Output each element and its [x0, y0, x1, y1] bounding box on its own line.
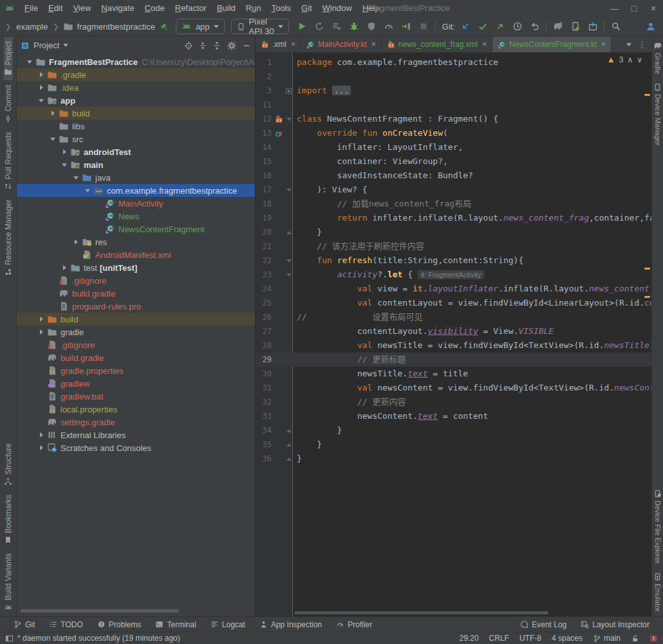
tree-row-fragmentbestpractice[interactable]: FragmentBestPracticeC:\Users\zy\Desktop\… — [17, 55, 255, 68]
tree-row-app[interactable]: app — [17, 94, 255, 107]
git-update-button[interactable] — [456, 19, 474, 34]
gradle-sync-button[interactable] — [549, 19, 566, 34]
git-history-button[interactable] — [509, 19, 526, 34]
tool-stripe-project[interactable]: Project — [4, 37, 13, 80]
tree-row-java[interactable]: java — [17, 171, 255, 184]
tree-row--idea[interactable]: .idea — [17, 81, 255, 94]
line-number[interactable]: 32 — [256, 395, 274, 409]
warning-stripe-mark[interactable] — [644, 268, 650, 270]
git-rollback-button[interactable] — [526, 19, 543, 34]
chevron-right-icon[interactable] — [36, 85, 46, 90]
tool-stripe-device-file-explorer[interactable]: Device File Explorer — [653, 485, 662, 568]
tree-row-androidmanifest-xml[interactable]: MFAndroidManifest.xml — [17, 248, 255, 261]
git-push-button[interactable] — [491, 19, 509, 34]
tree-row-androidtest[interactable]: androidTest — [17, 145, 255, 158]
locate-icon[interactable] — [184, 41, 193, 50]
menu-code[interactable]: Code — [140, 0, 170, 17]
git-commit-button[interactable] — [474, 19, 491, 34]
lock-open-icon[interactable] — [631, 634, 639, 643]
menu-edit[interactable]: Edit — [43, 0, 68, 17]
line-number[interactable]: 13 — [256, 126, 274, 140]
restart-button[interactable] — [311, 19, 328, 34]
line-number[interactable]: 11 — [256, 98, 274, 112]
tree-row-build-gradle[interactable]: build.gradle — [17, 351, 255, 364]
settings-button[interactable] — [624, 19, 642, 34]
tree-row-build[interactable]: build — [17, 313, 255, 326]
chevron-down-icon[interactable] — [71, 176, 81, 179]
tree-row-proguard-rules-pro[interactable]: proguard-rules.pro — [17, 300, 255, 313]
run-config-select[interactable]: app — [176, 19, 225, 34]
tree-row-mainactivity[interactable]: MainActivity — [17, 197, 255, 210]
tree-row-local-properties[interactable]: local.properties — [17, 403, 255, 416]
editor-horizontal-scrollbar[interactable] — [294, 611, 548, 614]
next-warning-button[interactable]: ∨ — [637, 55, 642, 64]
tree-row-build[interactable]: build — [17, 107, 255, 120]
line-number[interactable]: 31 — [256, 381, 274, 395]
caret-position[interactable]: 29:20 — [460, 634, 479, 643]
line-number[interactable]: 12 — [256, 112, 274, 126]
tree-row--gitignore[interactable]: .gitignore — [17, 274, 255, 287]
toolwindow-button-problems[interactable]: Problems — [90, 617, 149, 632]
warning-stripe-mark[interactable] — [644, 94, 650, 96]
chevron-right-icon[interactable] — [36, 432, 46, 437]
line-number[interactable]: 20 — [256, 225, 274, 239]
chevron-down-icon[interactable] — [36, 99, 46, 102]
editor-tab-newscontentfragment-kt[interactable]: NewsContentFragment.kt× — [492, 37, 612, 52]
minimize-button[interactable]: — — [605, 0, 624, 17]
tree-row-gradle-properties[interactable]: gradle.properties — [17, 364, 255, 377]
chevron-down-icon[interactable] — [82, 189, 93, 192]
line-number[interactable]: 34 — [256, 423, 274, 437]
close-tab-icon[interactable]: × — [370, 40, 376, 49]
chevron-down-icon[interactable] — [63, 44, 68, 47]
chevron-right-icon[interactable] — [59, 265, 70, 270]
breadcrumb-example[interactable]: example — [15, 22, 49, 32]
inspection-widget[interactable]: ▲ 3 ∧ ∨ — [607, 55, 642, 64]
tool-stripe-bookmarks[interactable]: Bookmarks — [4, 490, 13, 549]
chevron-down-icon[interactable] — [24, 60, 35, 64]
tree-row-scratches-and-consoles[interactable]: Scratches and Consoles — [17, 441, 255, 454]
tree-row--gradle[interactable]: .gradle — [17, 68, 255, 81]
fold-marker-icon[interactable] — [285, 423, 293, 437]
tree-row-main[interactable]: main — [17, 158, 255, 171]
notify-icon[interactable] — [649, 634, 658, 643]
tree-row-gradlew-bat[interactable]: gradlew.bat — [17, 390, 255, 403]
hide-icon[interactable] — [242, 41, 251, 50]
menu-navigate[interactable]: Navigate — [96, 0, 139, 17]
breadcrumb-fragmentbestpractice[interactable]: fragmentbestpractice — [76, 22, 156, 32]
tool-stripe-pull-requests[interactable]: Pull Requests — [4, 127, 13, 195]
line-number[interactable]: 36 — [256, 452, 274, 466]
tree-row-build-gradle[interactable]: build.gradle — [17, 287, 255, 300]
menu-file[interactable]: File — [19, 0, 43, 17]
close-tab-icon[interactable]: × — [481, 40, 487, 49]
apply-changes-button[interactable] — [328, 19, 346, 34]
line-number[interactable]: 33 — [256, 409, 274, 423]
line-number[interactable]: 28 — [256, 338, 274, 353]
chevron-right-icon[interactable] — [36, 317, 46, 322]
line-number[interactable]: 22 — [256, 253, 274, 268]
chevron-right-icon[interactable] — [36, 329, 46, 335]
close-tab-icon[interactable]: × — [600, 40, 606, 49]
line-separator[interactable]: CRLF — [489, 634, 509, 643]
collapse-all-icon[interactable] — [212, 41, 221, 50]
tree-row-src[interactable]: src — [17, 133, 255, 145]
chevron-down-icon[interactable] — [48, 138, 58, 141]
line-number[interactable]: 26 — [256, 310, 274, 324]
expand-all-icon[interactable] — [198, 41, 207, 50]
stop-button[interactable] — [415, 19, 433, 34]
folded-imports-chip[interactable]: ... — [332, 86, 351, 95]
fold-marker-icon[interactable] — [285, 253, 293, 268]
tool-stripe-gradle[interactable]: Gradle — [653, 37, 662, 78]
menu-view[interactable]: View — [68, 0, 96, 17]
file-encoding[interactable]: UTF-8 — [519, 634, 541, 643]
tool-stripe-emulator[interactable]: Emulator — [653, 568, 662, 616]
tree-row-external-libraries[interactable]: External Libraries — [17, 428, 255, 441]
toolwindow-button-terminal[interactable]: Terminal — [148, 617, 203, 632]
line-number[interactable]: 25 — [256, 296, 274, 310]
editor-tab-news-content-frag-xml[interactable]: news_content_frag.xml× — [382, 37, 492, 52]
prev-warning-button[interactable]: ∧ — [627, 55, 633, 64]
tree-row-settings-gradle[interactable]: settings.gradle — [17, 416, 255, 428]
tool-stripe-device-manager[interactable]: Device Manager — [653, 78, 662, 150]
menu-refactor[interactable]: Refactor — [170, 0, 212, 17]
layout-gutter-icon[interactable] — [274, 112, 285, 126]
chevron-right-icon[interactable] — [48, 111, 58, 116]
